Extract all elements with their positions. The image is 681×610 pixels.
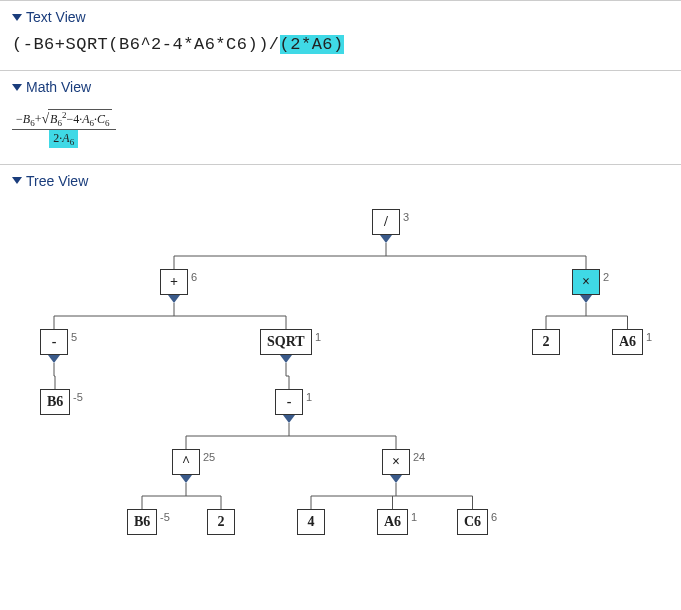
tree-node-value: 1 bbox=[646, 331, 652, 343]
disclosure-down-icon bbox=[12, 177, 22, 184]
math-expression: −B6+√B62−4·A6·C6 2·A6 bbox=[12, 109, 116, 148]
tree-node-minus2[interactable]: - bbox=[275, 389, 303, 415]
disclosure-down-icon bbox=[12, 84, 22, 91]
tree-node-value: 6 bbox=[191, 271, 197, 283]
tree-node-neg[interactable]: - bbox=[40, 329, 68, 355]
disclosure-down-icon bbox=[12, 14, 22, 21]
tree-arrow-icon bbox=[390, 475, 402, 483]
tree-node-a6_r[interactable]: A6 bbox=[612, 329, 643, 355]
text-view-header[interactable]: Text View bbox=[12, 9, 669, 25]
tree-node-value: 3 bbox=[403, 211, 409, 223]
tree-node-sqrt[interactable]: SQRT bbox=[260, 329, 312, 355]
tree-view-title: Tree View bbox=[26, 173, 88, 189]
tree-arrow-icon bbox=[180, 475, 192, 483]
tree-diagram: /3+6×2-5SQRT12A61B6-5-1^25×24B6-524A61C6… bbox=[12, 199, 669, 539]
tree-node-value: 25 bbox=[203, 451, 215, 463]
tree-arrow-icon bbox=[48, 355, 60, 363]
numerator: −B6+√B62−4·A6·C6 bbox=[12, 109, 116, 130]
tree-node-four[interactable]: 4 bbox=[297, 509, 325, 535]
tree-node-value: 24 bbox=[413, 451, 425, 463]
tree-node-value: -5 bbox=[73, 391, 83, 403]
tree-node-mult3[interactable]: × bbox=[382, 449, 410, 475]
tree-node-a6_2[interactable]: A6 bbox=[377, 509, 408, 535]
tree-connectors bbox=[12, 199, 669, 539]
tree-arrow-icon bbox=[168, 295, 180, 303]
tree-node-value: 5 bbox=[71, 331, 77, 343]
math-view-header[interactable]: Math View bbox=[12, 79, 669, 95]
tree-node-mult_r[interactable]: × bbox=[572, 269, 600, 295]
tree-node-value: 6 bbox=[491, 511, 497, 523]
tree-node-b6_n[interactable]: B6 bbox=[40, 389, 70, 415]
tree-node-pow[interactable]: ^ bbox=[172, 449, 200, 475]
sqrt-icon: √B62−4·A6·C6 bbox=[41, 109, 111, 128]
tree-node-b6_2[interactable]: B6 bbox=[127, 509, 157, 535]
tree-node-two_r[interactable]: 2 bbox=[532, 329, 560, 355]
tree-node-two_2[interactable]: 2 bbox=[207, 509, 235, 535]
tree-arrow-icon bbox=[380, 235, 392, 243]
text-view-section: Text View (-B6+SQRT(B6^2-4*A6*C6))/(2*A6… bbox=[0, 0, 681, 70]
tree-node-plus[interactable]: + bbox=[160, 269, 188, 295]
text-view-title: Text View bbox=[26, 9, 86, 25]
tree-node-value: -5 bbox=[160, 511, 170, 523]
tree-node-value: 1 bbox=[306, 391, 312, 403]
tree-node-value: 1 bbox=[411, 511, 417, 523]
math-view-title: Math View bbox=[26, 79, 91, 95]
tree-arrow-icon bbox=[580, 295, 592, 303]
math-view-section: Math View −B6+√B62−4·A6·C6 2·A6 bbox=[0, 70, 681, 164]
tree-arrow-icon bbox=[283, 415, 295, 423]
formula-text[interactable]: (-B6+SQRT(B6^2-4*A6*C6))/(2*A6) bbox=[12, 35, 669, 54]
tree-node-value: 1 bbox=[315, 331, 321, 343]
tree-node-value: 2 bbox=[603, 271, 609, 283]
denominator: 2·A6 bbox=[49, 130, 78, 147]
tree-node-c6[interactable]: C6 bbox=[457, 509, 488, 535]
fraction: −B6+√B62−4·A6·C6 2·A6 bbox=[12, 109, 116, 148]
tree-view-header[interactable]: Tree View bbox=[12, 173, 669, 189]
tree-node-div[interactable]: / bbox=[372, 209, 400, 235]
tree-arrow-icon bbox=[280, 355, 292, 363]
tree-view-section: Tree View /3+6×2-5SQRT12A61B6-5-1^25×24B… bbox=[0, 164, 681, 555]
